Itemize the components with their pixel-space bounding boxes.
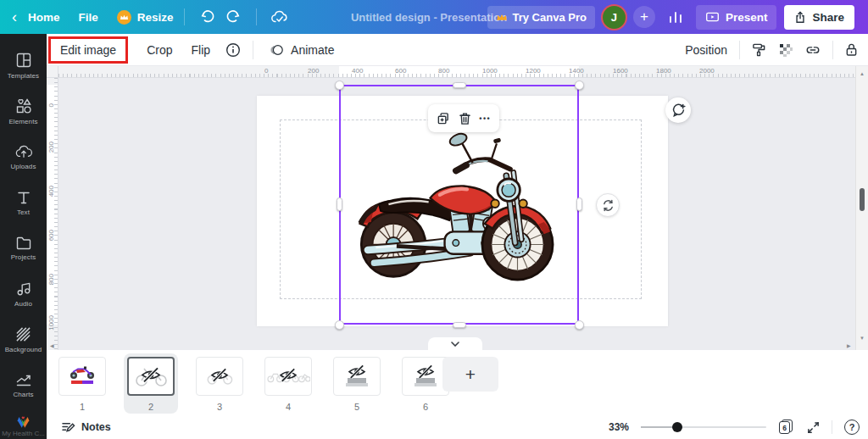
resize-handle-top[interactable] bbox=[453, 82, 466, 88]
try-pro-label: Try Canva Pro bbox=[513, 11, 587, 24]
sidebar-item-charts[interactable]: Charts bbox=[0, 363, 47, 408]
undo-button[interactable] bbox=[198, 8, 217, 26]
resize-button[interactable]: Resize bbox=[117, 10, 174, 25]
charts-icon bbox=[15, 373, 32, 387]
transparency-button[interactable] bbox=[779, 43, 793, 57]
element-floating-toolbar: ••• bbox=[428, 104, 499, 132]
resize-handle-bottom[interactable] bbox=[453, 322, 466, 328]
crown-icon bbox=[496, 13, 508, 22]
ruler-label: 600 bbox=[395, 67, 406, 75]
resize-handle-bottom-right[interactable] bbox=[575, 320, 584, 330]
delete-button[interactable] bbox=[459, 112, 471, 125]
uploads-icon bbox=[15, 144, 32, 159]
topbar-left-group: ‹ Home File Resize bbox=[0, 8, 292, 26]
rotate-handle[interactable] bbox=[596, 193, 620, 217]
present-button[interactable]: Present bbox=[696, 5, 777, 30]
plus-icon: + bbox=[640, 8, 648, 25]
sidebar-item-templates[interactable]: Templates bbox=[0, 42, 47, 88]
sidebar-item-projects[interactable]: Projects bbox=[0, 225, 47, 271]
help-button[interactable]: ? bbox=[844, 420, 860, 435]
ruler-label: 400 bbox=[352, 67, 363, 75]
link-button[interactable] bbox=[805, 44, 821, 56]
grid-view-button[interactable]: 6 bbox=[778, 420, 795, 435]
comment-button[interactable] bbox=[665, 97, 691, 123]
share-button[interactable]: Share bbox=[784, 5, 854, 30]
info-button[interactable] bbox=[225, 42, 241, 58]
insights-button[interactable] bbox=[666, 8, 685, 26]
account-avatar[interactable]: J bbox=[603, 6, 626, 29]
resize-handle-left[interactable] bbox=[337, 197, 342, 211]
zoom-slider[interactable] bbox=[641, 422, 766, 432]
lock-button[interactable] bbox=[845, 42, 858, 57]
sidebar-item-label: Uploads bbox=[10, 163, 36, 170]
hidden-eye-icon bbox=[140, 366, 162, 383]
back-chevron-icon: ‹ bbox=[12, 9, 17, 25]
page-thumbnail-5[interactable]: 5 bbox=[330, 353, 384, 414]
add-page-button[interactable]: + bbox=[442, 357, 498, 392]
edit-image-label: Edit image bbox=[60, 43, 116, 57]
page-thumbnail-1[interactable]: 1 bbox=[55, 353, 109, 414]
canva-editor-window: ‹ Home File Resize bbox=[0, 0, 868, 439]
ruler-label: 400 bbox=[47, 186, 55, 197]
try-canva-pro-button[interactable]: Try Canva Pro bbox=[487, 6, 595, 29]
hidden-eye-icon bbox=[209, 368, 230, 383]
animate-button[interactable]: Animate bbox=[269, 43, 334, 57]
page-number: 4 bbox=[286, 402, 291, 412]
sidebar-item-label: Audio bbox=[14, 300, 32, 308]
fullscreen-button[interactable] bbox=[807, 421, 820, 434]
add-member-button[interactable]: + bbox=[633, 6, 655, 28]
page-thumbnail-3[interactable]: 3 bbox=[192, 353, 247, 414]
chevron-down-icon bbox=[451, 342, 459, 347]
sidebar-item-label: Elements bbox=[8, 118, 37, 125]
scroll-right-arrow[interactable]: ▶ bbox=[847, 343, 851, 348]
vertical-scrollbar-thumb[interactable] bbox=[860, 188, 865, 211]
resize-handle-bottom-left[interactable] bbox=[335, 320, 344, 330]
page-1-preview bbox=[65, 364, 99, 389]
ruler-label: 1000 bbox=[482, 67, 498, 75]
vertical-scrollbar[interactable]: ▲ ▼ bbox=[855, 66, 868, 350]
sidebar-item-elements[interactable]: Elements bbox=[0, 88, 47, 134]
turn-signal bbox=[491, 200, 498, 208]
zoom-slider-knob[interactable] bbox=[672, 422, 682, 432]
copy-style-button[interactable] bbox=[752, 42, 766, 57]
sidebar-footer-app[interactable]: My Health C... bbox=[0, 415, 47, 437]
edit-image-button[interactable]: Edit image bbox=[48, 36, 128, 64]
sidebar-item-text[interactable]: Text bbox=[0, 180, 47, 225]
notes-button[interactable]: Notes bbox=[61, 421, 111, 434]
sidebar-item-label: Charts bbox=[13, 391, 33, 398]
page-number: 2 bbox=[148, 402, 153, 412]
collapse-filmstrip-button[interactable] bbox=[428, 337, 482, 351]
notes-icon bbox=[61, 421, 75, 434]
ruler-label: 0 bbox=[264, 67, 268, 75]
crop-button[interactable]: Crop bbox=[147, 43, 172, 57]
position-button[interactable]: Position bbox=[685, 43, 727, 57]
resize-handle-top-left[interactable] bbox=[335, 81, 344, 90]
scroll-up-arrow[interactable]: ▲ bbox=[860, 71, 865, 76]
scroll-left-arrow[interactable]: ◀ bbox=[50, 343, 54, 348]
hidden-eye-icon bbox=[347, 364, 367, 380]
duplicate-button[interactable] bbox=[437, 112, 450, 125]
plus-icon: + bbox=[465, 364, 476, 385]
more-options-button[interactable]: ••• bbox=[479, 114, 491, 123]
page-number: 3 bbox=[217, 402, 222, 412]
object-panel-sidebar: Templates Elements Uploads Text Projects bbox=[0, 34, 47, 439]
page-thumbnail-4[interactable]: 4 bbox=[261, 353, 315, 414]
page-thumbnail-2-selected[interactable]: 2 bbox=[124, 353, 178, 414]
motorcycle-image[interactable] bbox=[352, 127, 568, 288]
file-label: File bbox=[79, 11, 98, 24]
sidebar-item-background[interactable]: Background bbox=[0, 317, 47, 363]
comment-icon bbox=[671, 103, 686, 117]
scroll-down-arrow[interactable]: ▼ bbox=[860, 336, 865, 341]
page-filmstrip: 1 bbox=[47, 350, 868, 415]
sidebar-item-audio[interactable]: Audio bbox=[0, 271, 47, 317]
sidebar-item-uploads[interactable]: Uploads bbox=[0, 134, 47, 180]
file-menu-button[interactable]: File bbox=[79, 11, 98, 24]
redo-button[interactable] bbox=[224, 8, 242, 26]
elements-icon bbox=[15, 97, 32, 114]
ruler-label: 800 bbox=[438, 67, 449, 75]
home-button[interactable]: ‹ Home bbox=[12, 9, 60, 25]
flip-button[interactable]: Flip bbox=[192, 43, 211, 57]
context-toolbar: Edit image Crop Flip Animate Position bbox=[47, 34, 868, 66]
resize-handle-top-right[interactable] bbox=[575, 81, 584, 90]
resize-handle-right[interactable] bbox=[576, 197, 582, 211]
